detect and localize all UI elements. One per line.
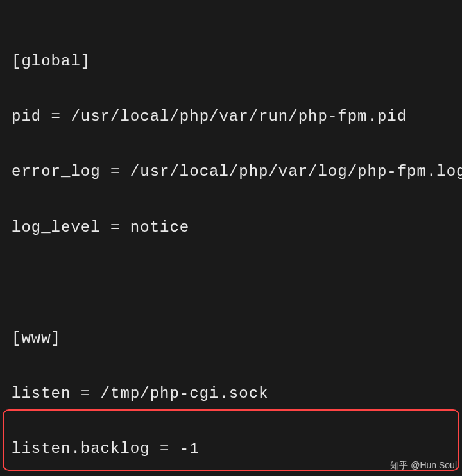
blank-line xyxy=(12,274,450,293)
config-line: error_log = /usr/local/php/var/log/php-f… xyxy=(12,163,450,182)
watermark: 知乎 @Hun Soul xyxy=(390,460,457,471)
config-line: listen.backlog = -1 xyxy=(12,440,450,459)
watermark-author: @Hun Soul xyxy=(411,460,457,470)
section-header-global: [global] xyxy=(12,53,450,71)
config-line: listen = /tmp/php-cgi.sock xyxy=(12,385,450,404)
watermark-brand: 知乎 xyxy=(390,460,408,470)
config-file-content: [global] pid = /usr/local/php/var/run/ph… xyxy=(12,15,450,476)
section-header-www: [www] xyxy=(12,330,450,348)
config-line: pid = /usr/local/php/var/run/php-fpm.pid xyxy=(12,108,450,126)
config-line: log_level = notice xyxy=(12,219,450,237)
